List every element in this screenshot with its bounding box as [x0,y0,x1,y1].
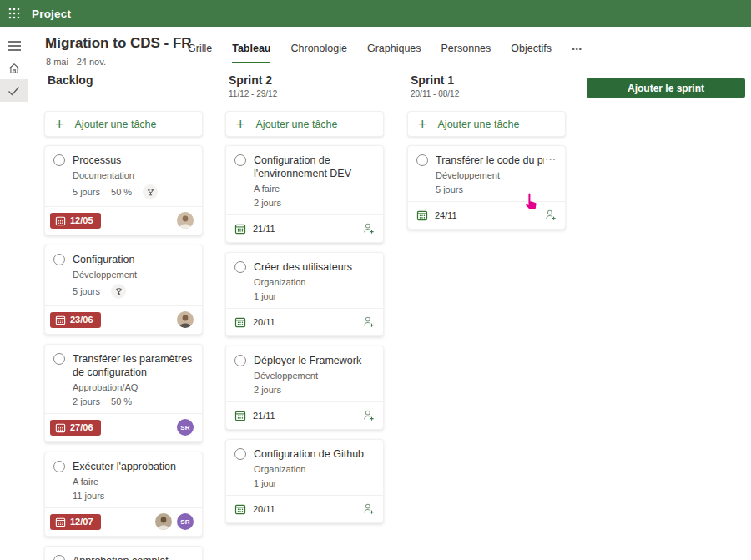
add-task-button[interactable]: + Ajouter une tâche [407,111,566,137]
assign-person-icon[interactable] [361,315,375,329]
assign-person-icon[interactable] [543,209,557,222]
due-date-ontime: 20/11 [234,503,275,515]
calendar-icon [234,503,246,515]
task-title: Créer des utilisateurs [254,260,375,274]
task-card[interactable]: Créer des utilisateurs Organization 1 jo… [225,252,384,336]
assignee-avatar[interactable] [177,212,194,229]
task-complete-checkbox[interactable] [234,154,246,166]
calendar-icon [55,315,66,325]
task-title: Exécuter l'approbation [73,460,194,473]
tab-graphiques[interactable]: Graphiques [367,43,421,62]
assignee-avatar[interactable] [177,311,194,328]
task-card[interactable]: Configuration Développement 5 jours 23/0… [44,245,203,335]
task-duration: 5 jours [73,187,100,197]
board-column-sprint-1: Sprint 1 20/11 - 08/12 + Ajouter une tâc… [407,73,566,239]
view-tabs: Grille Tableau Chronologie Graphiques Pe… [188,43,583,63]
app-launcher-waffle-icon[interactable] [0,0,28,27]
task-card[interactable]: Processus Documentation 5 jours 50 % 12/… [44,145,203,235]
due-date-ontime: 20/11 [234,316,275,328]
column-title: Backlog [48,73,203,87]
due-date-badge-late: 27/06 [50,420,101,436]
calendar-icon [55,422,66,433]
board-column-sprint-2: Sprint 2 11/12 - 29/12 + Ajouter une tâc… [225,73,384,532]
task-title: Configuration de Github [254,447,375,461]
plus-icon: + [418,119,427,130]
tab-tableau[interactable]: Tableau [232,43,270,63]
assignee-avatar-initials[interactable]: SR [177,513,194,530]
app-top-bar: Project [0,0,751,27]
task-card[interactable]: Transférer les paramètres de configurati… [44,344,203,442]
due-date-ontime: 21/11 [234,223,275,235]
task-bucket: Documentation [73,170,194,180]
due-date-badge-late: 12/07 [50,514,101,530]
milestone-trophy-icon [111,284,126,299]
board-column-backlog: Backlog + Ajouter une tâche Processus Do… [44,73,203,560]
task-bucket: Organization [254,277,375,287]
task-card[interactable]: Exécuter l'approbation A faire 11 jours … [44,452,203,537]
task-card[interactable]: Déployer le Framework Développement 2 jo… [225,346,384,430]
task-complete-checkbox[interactable] [234,448,246,460]
task-title: Approbation complet [73,554,194,560]
add-task-button[interactable]: + Ajouter une tâche [225,111,384,137]
task-complete-checkbox[interactable] [53,154,65,166]
task-complete-checkbox[interactable] [416,154,428,166]
column-date-range: 11/12 - 29/12 [229,89,384,98]
assign-person-icon[interactable] [361,222,375,235]
task-bucket: A faire [73,477,194,487]
calendar-icon [234,223,246,235]
task-duration: 1 jour [254,291,277,301]
task-duration: 2 jours [254,385,281,395]
task-duration: 2 jours [254,198,281,208]
assign-person-icon[interactable] [361,502,375,516]
add-task-button[interactable]: + Ajouter une tâche [44,111,203,137]
plus-icon: + [236,119,245,130]
calendar-icon [55,517,66,527]
task-bucket: Développement [254,371,375,381]
task-bucket: Organization [254,464,375,474]
left-nav-rail [0,27,28,560]
calendar-icon [234,410,246,421]
home-icon[interactable] [0,57,28,79]
task-complete-checkbox[interactable] [53,254,65,265]
assign-person-icon[interactable] [361,409,375,422]
column-date-range: 20/11 - 08/12 [411,89,566,98]
column-title: Sprint 2 [229,73,384,87]
task-duration: 5 jours [436,184,463,194]
task-duration: 2 jours [73,396,100,406]
task-card[interactable]: Configuration de l'environnement DEV A f… [225,145,384,243]
tab-personnes[interactable]: Personnes [441,43,491,62]
task-title: Déployer le Framework [254,354,375,367]
assignee-avatar[interactable] [155,513,172,530]
task-percent: 50 % [111,396,132,406]
tabs-more-icon[interactable]: ⋯ [572,43,584,63]
due-date-badge-late: 23/06 [50,312,101,328]
nav-menu-hamburger-icon[interactable] [0,34,28,57]
task-bucket: Développement [436,170,557,180]
project-date-range: 8 mai - 24 nov. [46,57,106,67]
task-card[interactable]: Approbation complet Approbation/AQ 0 jou… [44,546,203,560]
task-complete-checkbox[interactable] [234,261,246,273]
card-more-options-icon[interactable]: ⋯ [544,154,557,164]
calendar-icon [234,316,246,328]
task-complete-checkbox[interactable] [53,461,65,472]
tasks-check-icon[interactable] [0,79,28,102]
task-complete-checkbox[interactable] [53,353,65,365]
tab-chronologie[interactable]: Chronologie [290,43,346,62]
task-bucket: Développement [73,270,194,280]
column-title: Sprint 1 [411,73,566,87]
add-sprint-button[interactable]: Ajouter le sprint [587,78,745,98]
assignee-avatar-initials[interactable]: SR [177,419,194,436]
task-title: Transférer les paramètres de configurati… [73,352,194,379]
task-complete-checkbox[interactable] [53,555,65,560]
plus-icon: + [55,119,64,130]
task-card[interactable]: Transférer le code du prototype ⋯ Dévelo… [407,145,566,230]
tab-objectifs[interactable]: Objectifs [511,43,552,62]
app-name: Project [32,8,71,20]
task-duration: 5 jours [73,286,100,296]
task-complete-checkbox[interactable] [234,355,246,366]
task-duration: 11 jours [73,491,104,501]
task-bucket: Approbation/AQ [73,382,194,392]
task-card[interactable]: Configuration de Github Organization 1 j… [225,439,384,523]
tab-grille[interactable]: Grille [188,43,212,62]
task-bucket: A faire [254,184,375,194]
